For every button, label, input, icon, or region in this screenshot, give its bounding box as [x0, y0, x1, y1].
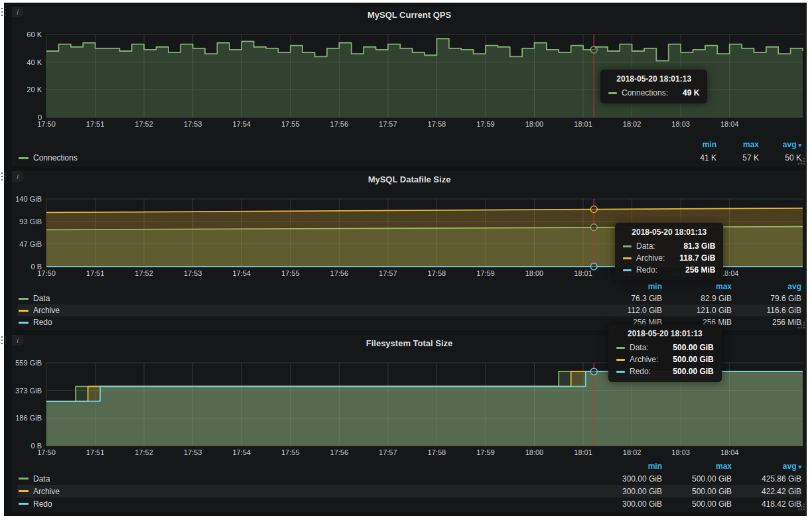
legend-row-archive: Archive 112.0 GiB 121.0 GiB 116.6 GiB [17, 304, 801, 316]
svg-text:18:04: 18:04 [720, 120, 739, 128]
svg-text:373 GiB: 373 GiB [15, 387, 42, 395]
tooltip-row: Archive: 500.00 GiB [616, 354, 714, 365]
series-color-swatch [19, 310, 29, 312]
panel-info-corner[interactable]: i [12, 171, 23, 182]
panel-title[interactable]: MySQL Datafile Size [368, 174, 451, 184]
legend-series-toggle[interactable]: Connections [17, 153, 674, 162]
svg-text:140 GiB: 140 GiB [15, 195, 42, 203]
legend-series-toggle[interactable]: Redo [17, 499, 592, 509]
legend-avg-value: 116.6 GiB [732, 306, 801, 315]
legend-header-row: min max avg▾ [17, 138, 801, 151]
grafana-dashboard: { "colors": { "green": "#7EB26D", "yello… [0, 0, 812, 520]
svg-text:18:00: 18:00 [525, 448, 544, 456]
tooltip-timestamp: 2018-05-20 18:01:13 [623, 228, 715, 237]
legend-series-toggle[interactable]: Data [17, 474, 592, 484]
legend-max-value: 82.9 GiB [662, 294, 732, 303]
panel-title[interactable]: MySQL Current QPS [368, 10, 451, 20]
tooltip-series-label: Archive: [630, 355, 658, 364]
svg-text:17:54: 17:54 [232, 269, 251, 277]
svg-text:18:01: 18:01 [574, 269, 592, 277]
legend-sort-avg[interactable]: avg▾ [732, 462, 801, 471]
legend-header-row: min max avg▾ [17, 460, 801, 472]
legend-sort-max[interactable]: max [662, 282, 732, 291]
svg-text:17:53: 17:53 [184, 120, 202, 128]
svg-text:17:55: 17:55 [281, 448, 300, 456]
legend-series-toggle[interactable]: Archive [17, 306, 592, 315]
panel-info-corner[interactable]: i [12, 7, 23, 17]
panel-drag-handle[interactable] [1, 8, 7, 17]
svg-text:17:52: 17:52 [135, 448, 153, 456]
series-color-swatch [19, 503, 29, 505]
svg-text:17:54: 17:54 [232, 120, 251, 128]
svg-text:17:53: 17:53 [184, 448, 202, 456]
tooltip-row: Archive: 118.7 GiB [623, 252, 715, 264]
svg-text:18:04: 18:04 [720, 448, 739, 456]
svg-text:0 B: 0 B [31, 442, 42, 450]
legend-max-value: 500.00 GiB [662, 487, 732, 496]
legend: min max avg▾ Data 300.00 GiB 500.00 GiB … [17, 460, 801, 510]
legend-min-value: 76.3 GiB [592, 294, 662, 303]
series-color-swatch [19, 478, 29, 480]
series-color-swatch [623, 245, 632, 247]
svg-text:20 K: 20 K [27, 86, 42, 94]
legend-sort-min[interactable]: min [592, 282, 662, 291]
panel-resize-handle[interactable] [797, 502, 805, 511]
legend-series-toggle[interactable]: Data [17, 294, 592, 303]
tooltip-series-label: Archive: [636, 253, 665, 263]
legend-sort-min[interactable]: min [592, 462, 662, 471]
svg-text:18:03: 18:03 [671, 120, 690, 128]
legend-min-value: 41 K [674, 153, 716, 162]
legend-header-row: min max avg [17, 281, 801, 292]
tooltip-series-value: 500.00 GiB [658, 367, 713, 376]
legend-max-value: 121.0 GiB [662, 306, 732, 315]
legend-row-data: Data 300.00 GiB 500.00 GiB 425.86 GiB [17, 472, 801, 485]
panel-info-corner[interactable]: i [12, 335, 23, 346]
svg-text:18:00: 18:00 [525, 269, 544, 277]
legend-row-connections: Connections 41 K 57 K 50 K [17, 151, 801, 164]
legend-series-label: Redo [33, 499, 52, 509]
legend-avg-value: 425.86 GiB [732, 474, 801, 484]
svg-text:18:00: 18:00 [525, 120, 544, 128]
caret-down-icon: ▾ [798, 142, 801, 149]
legend-series-toggle[interactable]: Archive [17, 487, 592, 496]
svg-text:18:03: 18:03 [671, 448, 690, 456]
legend-sort-max[interactable]: max [716, 140, 759, 149]
legend-max-value: 57 K [716, 153, 759, 162]
svg-text:18:02: 18:02 [623, 448, 642, 456]
legend-row-redo: Redo 300.00 GiB 500.00 GiB 418.42 GiB [17, 497, 801, 510]
hover-tooltip-qps: 2018-05-20 18:01:13 Connections: 49 K [600, 70, 707, 103]
legend-sort-min[interactable]: min [674, 140, 716, 149]
panel-resize-handle[interactable] [797, 157, 805, 165]
svg-text:0 B: 0 B [31, 263, 42, 271]
tooltip-timestamp: 2018-05-20 18:01:13 [616, 329, 714, 338]
tooltip-timestamp: 2018-05-20 18:01:13 [608, 74, 699, 84]
panel-title[interactable]: Filesystem Total Size [366, 338, 453, 348]
legend-sort-max[interactable]: max [662, 462, 732, 471]
series-color-swatch [19, 490, 29, 492]
legend-series-toggle[interactable]: Redo [17, 318, 592, 327]
legend-avg-value: 418.42 GiB [732, 499, 801, 509]
tooltip-row: Data: 81.3 GiB [623, 240, 715, 252]
caret-down-icon: ▾ [798, 464, 801, 470]
svg-text:17:55: 17:55 [281, 120, 300, 128]
tooltip-series-value: 118.7 GiB [665, 253, 715, 263]
panel-header: MySQL Datafile Size [12, 171, 807, 187]
legend-sort-avg[interactable]: avg [732, 282, 801, 291]
tooltip-series-value: 500.00 GiB [658, 355, 713, 364]
tooltip-series-value: 81.3 GiB [669, 241, 715, 251]
legend-min-value: 300.00 GiB [592, 487, 662, 496]
panel-drag-handle[interactable] [1, 336, 7, 345]
legend-avg-value: 256 MiB [732, 318, 801, 327]
svg-text:17:57: 17:57 [379, 120, 397, 128]
panel-drag-handle[interactable] [1, 172, 7, 181]
legend-series-label: Redo [33, 318, 52, 327]
info-icon: i [17, 337, 18, 344]
svg-text:17:53: 17:53 [184, 269, 202, 277]
svg-text:559 GiB: 559 GiB [15, 359, 42, 367]
legend: min max avg Data 76.3 GiB 82.9 GiB 79.6 … [17, 281, 801, 328]
panel-resize-handle[interactable] [797, 320, 805, 329]
legend-row-data: Data 76.3 GiB 82.9 GiB 79.6 GiB [17, 292, 801, 304]
legend-sort-avg[interactable]: avg▾ [759, 140, 801, 149]
tooltip-series-value: 49 K [668, 88, 699, 98]
svg-text:18:01: 18:01 [574, 120, 592, 128]
